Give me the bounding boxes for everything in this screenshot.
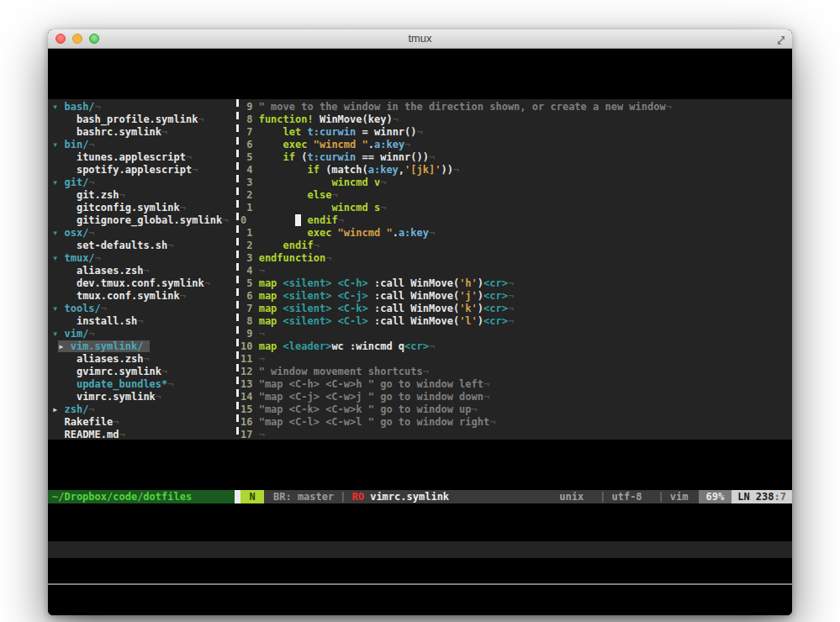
filetype: vim [670,490,699,503]
code-line: 1 wincmd s¬ [240,202,792,214]
tree-item[interactable]: ▾ vim/¬ [52,328,235,340]
code-line: 6 exec "wincmd ".a:key¬ [240,139,792,151]
code-line: 5 if (t:curwin == winnr())¬ [240,151,792,164]
tree-item[interactable]: bash_profile.symlink¬ [52,113,235,126]
tree-item[interactable]: ▾ bin/¬ [52,139,235,151]
tree-item[interactable]: dev.tmux.conf.symlink¬ [52,277,235,290]
terminal-window: tmux ▾ bash/¬ bash_profile.symlink¬ bash… [48,29,792,615]
window-title: tmux [48,32,792,45]
resize-icon[interactable] [776,34,786,44]
code-line: 17 ¬ [240,429,792,440]
tree-item[interactable]: tmux.conf.symlink¬ [52,290,235,303]
vim-split: ▾ bash/¬ bash_profile.symlink¬ bashrc.sy… [48,99,792,440]
code-line: 9 " move to the window in the direction … [240,101,792,113]
tree-item[interactable]: vimrc.symlink¬ [52,391,235,403]
tree-item[interactable]: update_bundles*¬ [52,378,235,391]
tree-item[interactable]: aliases.zsh¬ [52,265,235,277]
tree-item[interactable]: ▾ osx/¬ [52,227,235,240]
vim-statusline: ~/Dropbox/code/dotfiles N BR: master | R… [48,490,792,503]
scroll-percent: 69% [699,490,732,503]
code-line: 6 map <silent> <C-j> :call WinMove('j')<… [240,290,792,303]
tree-item[interactable]: Rakefile¬ [52,416,235,429]
code-line: 0 endif¬ [240,214,792,227]
tree-item[interactable]: ▾ tools/¬ [52,303,235,315]
code-line: 2 endif¬ [240,240,792,252]
statusline-separator: | [652,490,670,503]
code-line: 8 function! WinMove(key)¬ [240,113,792,126]
vim-vertical-split [235,99,240,440]
code-line: 5 map <silent> <C-h> :call WinMove('h')<… [240,277,792,290]
nerdtree-pane[interactable]: ▾ bash/¬ bash_profile.symlink¬ bashrc.sy… [48,99,235,440]
readonly-flag: RO [351,490,363,503]
tree-item[interactable]: git.zsh¬ [52,189,235,202]
code-line: 4 if (match(a:key,'[jk]'))¬ [240,164,792,177]
column-indicator: :7 [774,491,786,503]
git-branch-indicator: BR: master [264,490,334,503]
tmux-horizontal-divider[interactable] [48,583,792,585]
code-line: 14 "map <C-j> <C-w>j " go to window down… [240,391,792,403]
nerdtree-statusline: ~/Dropbox/code/dotfiles [48,490,235,503]
code-line: 11 ¬ [240,353,792,366]
code-pane[interactable]: 9 " move to the window in the direction … [240,99,792,440]
statusline-separator: | [594,490,611,503]
desktop: tmux ▾ bash/¬ bash_profile.symlink¬ bash… [0,0,840,622]
tree-item[interactable]: README.md¬ [52,429,235,440]
current-filename: vimrc.symlink [370,490,449,503]
fileformat: unix [559,490,594,503]
code-line: 16 "map <C-l> <C-w>l " go to window righ… [240,416,792,429]
tree-item[interactable]: gvimrc.symlink¬ [52,366,235,378]
line-number-indicator: LN 238:7 [732,490,792,503]
code-line: 15 "map <C-k> <C-w>k " go to window up¬ [240,403,792,416]
tree-item[interactable]: bashrc.symlink¬ [52,126,235,139]
tree-item[interactable]: itunes.applescript¬ [52,151,235,164]
tree-item[interactable]: gitconfig.symlink¬ [52,202,235,214]
tree-item[interactable]: set-defaults.sh¬ [52,240,235,252]
tree-item[interactable]: ▸ zsh/¬ [52,403,235,416]
code-line: 7 let t:curwin = winnr()¬ [240,126,792,139]
tree-item[interactable]: spotify.applescript¬ [52,164,235,177]
tree-item[interactable]: aliases.zsh¬ [52,353,235,366]
code-line: 7 map <silent> <C-k> :call WinMove('k')<… [240,303,792,315]
code-line: 8 map <silent> <C-l> :call WinMove('l')<… [240,315,792,328]
statusline-separator: | [334,490,351,503]
statusline-split-divider [235,490,240,503]
code-line: 2 else¬ [240,189,792,202]
code-line: 3 endfunction¬ [240,252,792,265]
titlebar[interactable]: tmux [48,29,792,49]
code-line: 13 "map <C-h> <C-w>h " go to window left… [240,378,792,391]
vim-mode-indicator: N [240,490,264,503]
encoding: utf-8 [611,490,652,503]
terminal-content: ▾ bash/¬ bash_profile.symlink¬ bashrc.sy… [48,49,792,615]
code-line: 10 map <leader>wc :wincmd q<cr>¬ [240,340,792,353]
tree-item[interactable]: ▾ git/¬ [52,177,235,189]
tree-item[interactable]: install.sh¬ [52,315,235,328]
vim-command-line[interactable] [48,541,792,558]
code-line: 12 " window movement shortcuts¬ [240,366,792,378]
code-line: 4 ¬ [240,265,792,277]
code-line: 9 ¬ [240,328,792,340]
code-line: 1 exec "wincmd ".a:key¬ [240,227,792,240]
tree-item[interactable]: gitignore_global.symlink¬ [52,214,235,227]
tree-item[interactable]: ▸ vim.symlink/¬ [52,340,235,353]
statusline-main: BR: master | RO vimrc.symlink unix | utf… [264,490,699,503]
code-line: 3 wincmd v¬ [240,177,792,189]
tree-item[interactable]: ▾ bash/¬ [52,101,235,113]
tree-item[interactable]: ▾ tmux/¬ [52,252,235,265]
